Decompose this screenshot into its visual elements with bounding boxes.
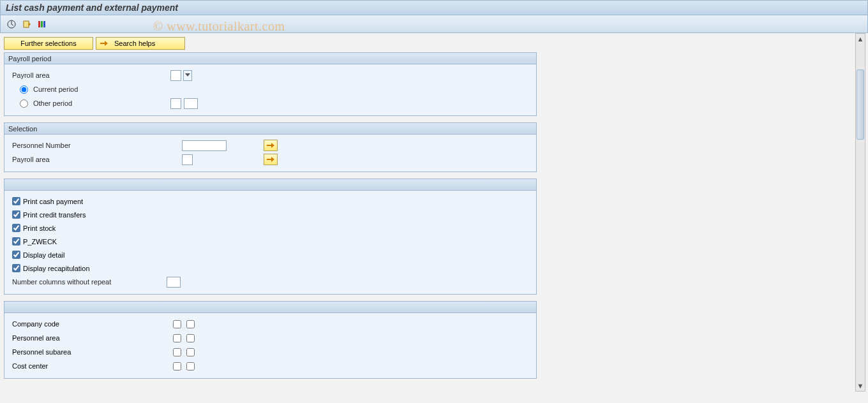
svg-rect-1	[24, 21, 29, 27]
cost-center-c1[interactable]	[173, 362, 181, 370]
current-period-radio[interactable]	[20, 85, 28, 94]
scroll-up-icon[interactable]: ▲	[856, 34, 865, 44]
payroll-period-title: Payroll period	[4, 53, 536, 64]
sort-title	[4, 302, 536, 313]
company-code-c2[interactable]	[186, 320, 195, 328]
scroll-thumb[interactable]	[857, 70, 864, 140]
display-detail-checkbox[interactable]	[12, 251, 20, 259]
layout-columns-icon[interactable]	[36, 18, 48, 30]
selection-payroll-area-input[interactable]	[182, 154, 193, 165]
p-zweck-checkbox[interactable]	[12, 237, 20, 245]
further-selections-button[interactable]: Further selections	[4, 37, 93, 50]
execute-icon[interactable]	[6, 18, 17, 30]
selection-title: Selection	[4, 123, 536, 135]
personnel-area-label: Personnel area	[12, 334, 170, 342]
other-period-to-input[interactable]	[184, 98, 198, 109]
personnel-number-multi-button[interactable]	[264, 140, 278, 151]
further-selections-label: Further selections	[20, 40, 76, 47]
print-stock-label: Print stock	[23, 224, 56, 232]
content-area: Further selections Search helps Payroll …	[0, 33, 868, 403]
cost-center-c2[interactable]	[186, 362, 195, 370]
print-cash-payment-checkbox[interactable]	[12, 197, 20, 205]
sort-group: Company code Personnel area Personnel su…	[4, 301, 537, 379]
vertical-scrollbar[interactable]: ▲ ▼	[855, 33, 865, 392]
top-button-row: Further selections Search helps	[4, 37, 864, 50]
print-credit-transfers-label: Print credit transfers	[23, 211, 86, 219]
title-bar: List cash payment and external payment	[0, 0, 868, 15]
other-period-radio[interactable]	[20, 99, 28, 108]
other-period-radio-row[interactable]: Other period	[12, 99, 153, 108]
payroll-area-label: Payroll area	[12, 71, 153, 79]
svg-rect-2	[38, 21, 40, 27]
company-code-label: Company code	[12, 320, 170, 328]
display-recap-checkbox[interactable]	[12, 264, 20, 272]
cost-center-label: Cost center	[12, 362, 170, 370]
print-cash-payment-label: Print cash payment	[23, 198, 83, 205]
current-period-radio-row[interactable]: Current period	[12, 85, 153, 94]
selection-payroll-area-multi-button[interactable]	[264, 154, 278, 165]
personnel-number-input[interactable]	[182, 140, 227, 151]
svg-rect-4	[43, 21, 45, 27]
other-period-from-input[interactable]	[170, 98, 181, 109]
page-title: List cash payment and external payment	[6, 3, 178, 13]
company-code-c1[interactable]	[173, 320, 181, 328]
number-columns-input[interactable]	[167, 277, 181, 288]
personnel-subarea-label: Personnel subarea	[12, 348, 170, 356]
search-helps-button[interactable]: Search helps	[96, 37, 185, 50]
search-helps-arrow-icon	[100, 40, 108, 47]
personnel-number-label: Personnel Number	[12, 142, 153, 149]
options-group: Print cash payment Print credit transfer…	[4, 179, 537, 295]
dropdown-icon[interactable]	[183, 70, 192, 81]
personnel-area-c2[interactable]	[186, 334, 195, 342]
other-period-label: Other period	[33, 99, 72, 107]
svg-rect-3	[41, 21, 43, 27]
scroll-track[interactable]	[856, 44, 865, 381]
options-title	[4, 179, 536, 191]
scroll-down-icon[interactable]: ▼	[856, 381, 865, 391]
display-recap-label: Display recapitulation	[23, 265, 90, 272]
search-helps-label: Search helps	[114, 40, 155, 47]
get-variant-icon[interactable]	[21, 18, 33, 30]
current-period-label: Current period	[33, 85, 78, 93]
selection-payroll-area-label: Payroll area	[12, 156, 153, 163]
payroll-period-group: Payroll period Payroll area Current peri…	[4, 52, 537, 116]
print-credit-transfers-checkbox[interactable]	[12, 210, 20, 219]
selection-group: Selection Personnel Number Payroll area	[4, 122, 537, 172]
personnel-subarea-c1[interactable]	[173, 348, 181, 356]
display-detail-label: Display detail	[23, 251, 64, 259]
p-zweck-label: P_ZWECK	[23, 238, 57, 245]
personnel-area-c1[interactable]	[173, 334, 181, 342]
number-columns-label: Number columns without repeat	[12, 278, 164, 286]
payroll-area-input[interactable]	[170, 70, 181, 81]
print-stock-checkbox[interactable]	[12, 224, 20, 232]
personnel-subarea-c2[interactable]	[186, 348, 195, 356]
app-toolbar	[0, 15, 868, 33]
